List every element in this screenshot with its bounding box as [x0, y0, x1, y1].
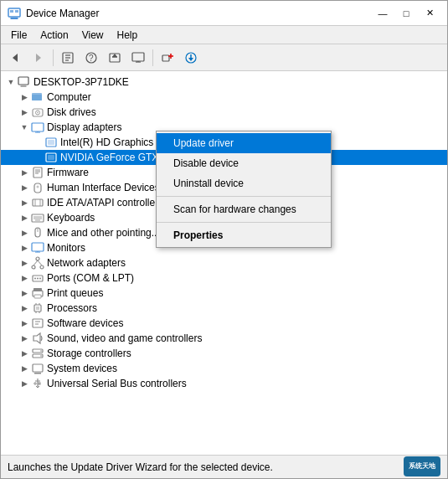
monitors-expander[interactable]: ▶	[18, 241, 31, 255]
system-expander[interactable]: ▶	[18, 362, 31, 375]
svg-rect-25	[18, 77, 28, 85]
hid-expander[interactable]: ▶	[18, 181, 31, 194]
scan-button[interactable]	[104, 47, 126, 69]
disk-expander[interactable]: ▶	[18, 106, 31, 119]
svg-marker-79	[33, 333, 40, 343]
svg-rect-39	[48, 155, 54, 160]
usb-label: Universal Serial Bus controllers	[47, 378, 187, 389]
ide-expander[interactable]: ▶	[18, 196, 31, 209]
sound-label: Sound, video and game controllers	[47, 332, 202, 344]
tree-ports[interactable]: ▶ Ports (COM & LPT)	[1, 270, 447, 286]
add-device-button[interactable]	[157, 47, 178, 69]
ctx-properties[interactable]: Properties	[157, 225, 331, 245]
tree-network[interactable]: ▶ Network adapters	[1, 255, 447, 270]
back-button[interactable]	[4, 47, 26, 69]
svg-point-88	[34, 383, 36, 384]
svg-point-60	[40, 265, 44, 269]
sound-icon	[31, 332, 44, 345]
svg-rect-37	[48, 140, 54, 145]
tree-disk-drives[interactable]: ▶ Disk drives	[1, 105, 447, 120]
svg-point-59	[32, 265, 35, 269]
menu-action[interactable]: Action	[33, 28, 75, 43]
computer-folder-icon	[31, 90, 44, 104]
tree-storage[interactable]: ▶ Storage controllers	[1, 346, 447, 361]
ports-label: Ports (COM & LPT)	[47, 272, 134, 284]
window-title: Device Manager	[26, 8, 372, 19]
usb-expander[interactable]: ▶	[18, 377, 31, 390]
ctx-sep-1	[157, 196, 331, 197]
svg-rect-85	[34, 373, 41, 374]
keyboard-icon	[31, 211, 44, 224]
mice-expander[interactable]: ▶	[18, 226, 31, 240]
ports-expander[interactable]: ▶	[18, 271, 31, 285]
storage-expander[interactable]: ▶	[18, 347, 31, 360]
monitor-icon	[31, 241, 44, 255]
print-expander[interactable]: ▶	[18, 286, 31, 300]
device-properties-button[interactable]	[57, 47, 79, 69]
ctx-disable-device[interactable]: Disable device	[157, 153, 331, 173]
close-button[interactable]: ✕	[419, 5, 440, 22]
disk-drives-label: Disk drives	[47, 106, 96, 118]
sound-expander[interactable]: ▶	[18, 332, 31, 345]
firmware-expander[interactable]: ▶	[18, 166, 31, 179]
tree-software-devices[interactable]: ▶ Software devices	[1, 316, 447, 331]
ports-icon	[31, 271, 44, 285]
forward-button[interactable]	[28, 47, 49, 69]
menu-file[interactable]: File	[4, 28, 33, 43]
menu-help[interactable]: Help	[111, 28, 145, 43]
update-driver-button[interactable]: ?	[80, 47, 102, 69]
software-expander[interactable]: ▶	[18, 317, 31, 330]
ctx-update-driver[interactable]: Update driver	[157, 133, 331, 153]
screen-button[interactable]	[127, 47, 149, 69]
nvidia-label: NVIDIA GeForce GTX...	[60, 152, 167, 163]
download-button[interactable]	[180, 47, 202, 69]
svg-point-65	[37, 278, 39, 280]
tree-sound[interactable]: ▶ Sound, video and game controllers	[1, 331, 447, 346]
storage-label: Storage controllers	[47, 348, 131, 359]
svg-rect-89	[39, 383, 40, 384]
ctx-scan-hardware[interactable]: Scan for hardware changes	[157, 199, 331, 219]
tree-root[interactable]: ▼ DESKTOP-3P71DKE	[1, 75, 447, 90]
title-bar: Device Manager — □ ✕	[1, 1, 447, 26]
tree-system-devices[interactable]: ▶ System devices	[1, 361, 447, 376]
title-bar-icon	[8, 7, 21, 20]
keyboards-expander[interactable]: ▶	[18, 211, 31, 224]
svg-point-58	[36, 257, 39, 260]
svg-rect-71	[36, 306, 39, 310]
display-expander[interactable]: ▼	[18, 121, 31, 134]
computer-label: Computer	[47, 91, 91, 103]
tree-processors[interactable]: ▶ Processors	[1, 301, 447, 316]
svg-marker-6	[36, 54, 41, 62]
tree-print[interactable]: ▶ Print queues	[1, 286, 447, 301]
minimize-button[interactable]: —	[372, 5, 394, 22]
ide-label: IDE ATA/ATAPI controllers	[47, 197, 163, 209]
computer-icon	[18, 75, 31, 89]
svg-rect-49	[32, 214, 44, 222]
svg-point-66	[39, 278, 41, 280]
computer-expander[interactable]: ▶	[18, 90, 31, 104]
maximize-button[interactable]: □	[395, 5, 417, 22]
menu-view[interactable]: View	[75, 28, 111, 43]
svg-rect-69	[34, 295, 41, 298]
ide-icon	[31, 196, 44, 209]
ctx-sep-2	[157, 222, 331, 223]
tree-computer[interactable]: ▶ Computer	[1, 90, 447, 105]
svg-rect-46	[33, 199, 43, 206]
hid-label: Human Interface Devices	[47, 182, 160, 193]
network-expander[interactable]: ▶	[18, 256, 31, 270]
device-tree[interactable]: ▼ DESKTOP-3P71DKE ▶ Computer	[1, 71, 447, 455]
processors-label: Processors	[47, 302, 97, 314]
network-label: Network adapters	[47, 257, 126, 269]
ctx-uninstall-device[interactable]: Uninstall device	[157, 173, 331, 193]
print-icon	[31, 286, 44, 300]
gpu-icon-intel	[44, 136, 58, 149]
tree-usb[interactable]: ▶ Universal Serial Bus controllers	[1, 376, 447, 391]
firmware-icon	[31, 166, 44, 179]
disk-icon	[31, 106, 44, 119]
svg-rect-4	[15, 10, 18, 13]
svg-point-83	[40, 355, 42, 357]
svg-rect-84	[33, 364, 43, 372]
processors-expander[interactable]: ▶	[18, 301, 31, 315]
root-label: DESKTOP-3P71DKE	[33, 76, 129, 88]
root-expander[interactable]: ▼	[4, 75, 18, 89]
